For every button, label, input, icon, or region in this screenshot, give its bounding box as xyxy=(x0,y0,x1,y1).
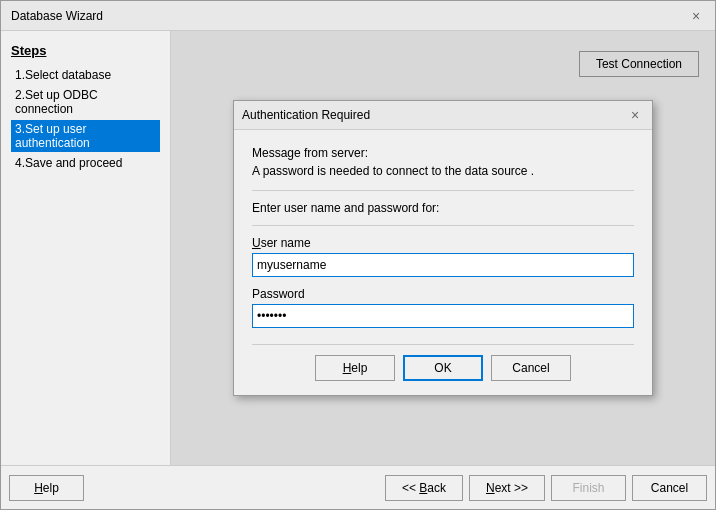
wizard-main-area: Test Connection Authentication Required … xyxy=(171,31,715,465)
main-window: Database Wizard × Steps 1.Select databas… xyxy=(0,0,716,510)
finish-button[interactable]: Finish xyxy=(551,475,626,501)
sidebar-item-save-proceed[interactable]: 4.Save and proceed xyxy=(11,154,160,172)
cancel-button[interactable]: Cancel xyxy=(632,475,707,501)
username-field-group: User name xyxy=(252,236,634,277)
dialog-title: Authentication Required xyxy=(242,108,370,122)
dialog-help-button[interactable]: Help xyxy=(315,355,395,381)
sidebar-heading: Steps xyxy=(11,43,160,58)
sidebar: Steps 1.Select database 2.Set up ODBC co… xyxy=(1,31,171,465)
sidebar-item-odbc-connection[interactable]: 2.Set up ODBC connection xyxy=(11,86,160,118)
dialog-ok-button[interactable]: OK xyxy=(403,355,483,381)
window-title: Database Wizard xyxy=(11,9,103,23)
dialog-message-line2: A password is needed to connect to the d… xyxy=(252,162,634,180)
username-input[interactable] xyxy=(252,253,634,277)
dialog-title-bar: Authentication Required × xyxy=(234,101,652,130)
bottom-bar: Help << Back Next >> Finish Cancel xyxy=(1,465,715,509)
bottom-bar-left: Help xyxy=(9,475,84,501)
main-content: Steps 1.Select database 2.Set up ODBC co… xyxy=(1,31,715,465)
window-close-button[interactable]: × xyxy=(687,7,705,25)
help-button[interactable]: Help xyxy=(9,475,84,501)
dialog-divider-1 xyxy=(252,190,634,191)
password-input[interactable] xyxy=(252,304,634,328)
username-label: User name xyxy=(252,236,634,250)
dialog-prompt: Enter user name and password for: xyxy=(252,201,634,215)
next-button[interactable]: Next >> xyxy=(469,475,545,501)
dialog-buttons: Help OK Cancel xyxy=(252,344,634,381)
dialog-close-button[interactable]: × xyxy=(626,106,644,124)
dialog-cancel-button[interactable]: Cancel xyxy=(491,355,571,381)
password-field-group: Password xyxy=(252,287,634,328)
auth-dialog: Authentication Required × Message from s… xyxy=(233,100,653,396)
dialog-overlay: Authentication Required × Message from s… xyxy=(171,31,715,465)
password-label: Password xyxy=(252,287,634,301)
title-bar: Database Wizard × xyxy=(1,1,715,31)
dialog-divider-2 xyxy=(252,225,634,226)
dialog-message: Message from server: A password is neede… xyxy=(252,144,634,180)
dialog-message-line1: Message from server: xyxy=(252,144,634,162)
back-button[interactable]: << Back xyxy=(385,475,463,501)
dialog-body: Message from server: A password is neede… xyxy=(234,130,652,395)
bottom-bar-right: << Back Next >> Finish Cancel xyxy=(385,475,707,501)
sidebar-item-user-auth[interactable]: 3.Set up user authentication xyxy=(11,120,160,152)
sidebar-item-select-database[interactable]: 1.Select database xyxy=(11,66,160,84)
